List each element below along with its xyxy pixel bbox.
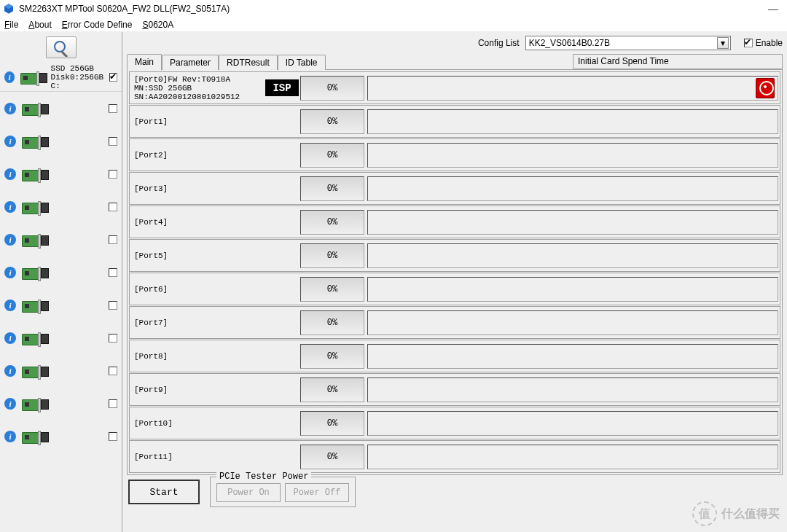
progress-cell: 0% [300,76,364,101]
pcie-card-icon [22,133,50,150]
right-panel: Config List KK2_VS0614B0.27B ▾ Enable Ma… [122,32,787,532]
port-row-3: [Port3] 0% [129,172,780,205]
info-icon[interactable]: i [4,431,16,442]
device-row-2[interactable]: i [0,125,122,157]
device-row-6[interactable]: i [0,256,122,289]
detail-cell [367,445,778,469]
device-checkbox[interactable] [109,235,117,244]
port-row-2: [Port2] 0% [129,138,780,171]
pcie-card-icon [22,362,50,380]
menu-about[interactable]: About [28,20,51,30]
info-icon[interactable]: i [4,201,16,213]
device-row-3[interactable]: i [0,157,122,190]
detail-cell [367,109,778,134]
device-checkbox[interactable] [109,170,117,179]
device-checkbox[interactable] [109,301,117,310]
device-row-5[interactable]: i [0,223,122,256]
window-controls[interactable]: — [768,3,784,15]
progress-cell: 0% [300,210,364,235]
menu-error-code[interactable]: Error Code Define [62,20,133,30]
power-off-button[interactable]: Power Off [285,483,349,502]
device-row-7[interactable]: i [0,289,122,321]
port-label: [Port7] [130,317,300,329]
checkbox-icon [744,39,753,47]
menubar: FFileile About Error Code Define S0620A [0,17,787,32]
power-on-button[interactable]: Power On [216,483,281,502]
info-icon[interactable]: i [4,234,16,246]
titlebar: SM2263XT MPTool S0620A_FW2 DLL(FW2_S0517… [0,0,787,17]
config-list-label: Config List [478,38,520,48]
info-icon[interactable]: i [4,71,15,83]
info-icon[interactable]: i [4,136,16,147]
info-icon[interactable]: i [4,300,16,311]
pcie-card-icon [22,264,50,281]
device-checkbox[interactable] [109,73,117,82]
tab-idtable[interactable]: ID Table [278,55,326,70]
device-row-9[interactable]: i [0,354,122,387]
device-list: i SSD 256GBDisk0:256GBC: i i i i i i i [0,63,122,453]
progress-cell: 0% [300,176,364,201]
initial-card-spend-time: Initial Card Spend Time [573,54,783,69]
port-label: [Port2] [130,149,300,161]
port-label: [Port5] [130,250,300,262]
info-icon[interactable]: i [4,332,16,344]
port-row-6: [Port6] 0% [129,273,780,305]
start-button[interactable]: Start [128,480,200,504]
port-label: [Port9] [130,384,300,396]
menu-version[interactable]: S0620A [142,20,173,30]
info-icon[interactable]: i [4,103,16,114]
pcie-card-icon [22,428,50,445]
device-row-11[interactable]: i [0,420,122,453]
device-row-10[interactable]: i [0,387,122,420]
info-icon[interactable]: i [4,168,16,180]
device-row-1[interactable]: i [0,92,122,125]
device-checkbox[interactable] [109,367,117,375]
svg-point-0 [55,42,65,52]
progress-cell: 0% [300,109,364,134]
detail-cell [367,76,778,101]
device-checkbox[interactable] [109,334,117,343]
pcie-group-label: PCIe Tester Power [216,472,311,482]
enable-checkbox[interactable]: Enable [744,38,783,48]
detail-cell [367,344,778,369]
detail-cell [367,210,778,235]
detail-cell [367,243,778,268]
search-button[interactable] [46,36,77,58]
magnifier-icon [52,39,70,57]
device-row-0[interactable]: i SSD 256GBDisk0:256GBC: [0,63,122,92]
port-label: [Port0]FW Rev:T0918AMN:SSD 256GBSN:AA202… [130,74,265,103]
port-label: [Port3] [130,183,300,195]
device-checkbox[interactable] [109,268,117,277]
port-row-9: [Port9] 0% [129,373,780,406]
footer-row: Start PCIe Tester Power Power On Power O… [127,475,783,507]
port-label: [Port11] [130,451,300,463]
info-icon[interactable]: i [4,267,16,278]
tab-parameter[interactable]: Parameter [162,55,219,70]
port-label: [Port6] [130,283,300,295]
window-title: SM2263XT MPTool S0620A_FW2 DLL(FW2_S0517… [19,4,230,14]
port-row-10: [Port10] 0% [129,407,780,439]
port-row-4: [Port4] 0% [129,206,780,238]
config-list-dropdown[interactable]: KK2_VS0614B0.27B ▾ [525,36,731,50]
tab-rdtresult[interactable]: RDTResult [219,55,278,70]
pcie-tester-power-group: PCIe Tester Power Power On Power Off [210,477,356,507]
progress-cell: 0% [300,277,364,302]
watermark: 值 什么值得买 [692,501,780,526]
device-checkbox[interactable] [109,104,117,113]
device-row-8[interactable]: i [0,321,122,354]
pcie-card-icon [22,198,50,216]
port-label: [Port8] [130,351,300,362]
device-checkbox[interactable] [109,399,117,408]
svg-rect-1 [60,51,67,57]
port-row-11: [Port11] 0% [129,440,780,473]
tab-strip: Main Parameter RDTResult ID Table Initia… [127,54,783,70]
device-checkbox[interactable] [109,203,117,211]
menu-file[interactable]: FFileile [4,20,18,30]
tab-main[interactable]: Main [127,54,162,71]
device-checkbox[interactable] [109,137,117,146]
chevron-down-icon: ▾ [717,37,729,49]
info-icon[interactable]: i [4,365,16,377]
device-row-4[interactable]: i [0,190,122,223]
device-checkbox[interactable] [109,432,117,441]
info-icon[interactable]: i [4,398,16,410]
